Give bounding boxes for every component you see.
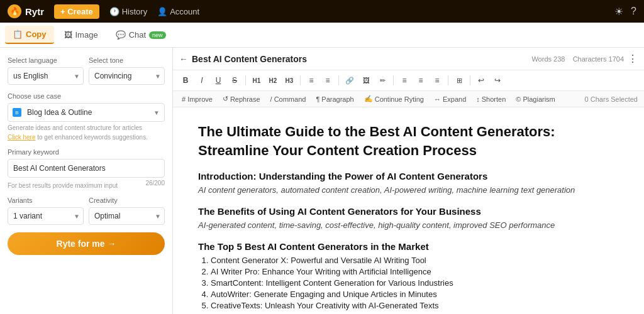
use-case-select[interactable]: Blog Idea & Outline Article Email Social… [8, 103, 165, 122]
content-main-title: The Ultimate Guide to the Best AI Conten… [198, 122, 619, 160]
use-case-label: Choose use case [8, 92, 165, 100]
plagiarism-action[interactable]: © Plagiarism [513, 94, 557, 104]
section-2-body: AI-generated content, time-saving, cost-… [198, 220, 619, 230]
language-select-wrapper: us English uk English French Spanish ▼ [8, 67, 84, 85]
input-meta: For best results provide maximum input 2… [8, 180, 165, 189]
tab-chat[interactable]: 💬 Chat new [108, 26, 174, 43]
align-justify-button[interactable]: ≡ [397, 73, 412, 88]
align-left-button[interactable]: ≡ [304, 73, 319, 88]
improve-icon: # [182, 95, 186, 103]
toolbar-divider-3 [338, 75, 339, 85]
tab-image[interactable]: 🖼 Image [57, 26, 106, 43]
align-center-button[interactable]: ≡ [320, 73, 335, 88]
keyword-group: Primary keyword For best results provide… [8, 148, 165, 189]
h3-button[interactable]: H3 [282, 73, 297, 88]
sub-tabs: 📋 Copy 🖼 Image 💬 Chat new [0, 23, 644, 48]
plagiarism-icon: © [516, 95, 521, 103]
chat-tab-label: Chat [129, 30, 146, 40]
command-action[interactable]: / Command [268, 94, 309, 104]
chat-tab-icon: 💬 [116, 30, 126, 40]
list-item: AI Writer Pro: Enhance Your Writing with… [211, 267, 619, 276]
logo-icon: 🔥 [8, 4, 21, 18]
indent-button[interactable]: ≡ [413, 73, 428, 88]
variants-select[interactable]: 1 variant 2 variants 3 variants [8, 207, 84, 225]
h1-button[interactable]: H1 [249, 73, 264, 88]
formatting-toolbar: B I U S H1 H2 H3 ≡ ≡ 🔗 🖼 ✏ ≡ ≡ ≡ ⊞ ↩ ↪ [173, 70, 644, 91]
create-button[interactable]: + Create [54, 4, 99, 19]
help-icon[interactable]: ? [631, 6, 636, 17]
h2-button[interactable]: H2 [265, 73, 280, 88]
continue-label: Continue Ryting [375, 95, 424, 103]
outdent-button[interactable]: ≡ [430, 73, 445, 88]
shorten-icon: ↕ [476, 95, 480, 103]
strikethrough-button[interactable]: S [227, 73, 242, 88]
improve-action[interactable]: # Improve [179, 94, 215, 104]
undo-button[interactable]: ↩ [474, 73, 489, 88]
table-button[interactable]: ⊞ [452, 73, 467, 88]
paragraph-action[interactable]: ¶ Paragraph [313, 94, 356, 104]
italic-button[interactable]: I [194, 73, 209, 88]
history-nav-item[interactable]: 🕐 History [109, 7, 147, 16]
rephrase-label: Rephrase [230, 95, 260, 103]
continue-ryting-action[interactable]: ✍ Continue Ryting [362, 94, 426, 104]
use-case-group: Choose use case B Blog Idea & Outline Ar… [8, 92, 165, 141]
keyword-input[interactable] [8, 159, 165, 178]
action-bar: # Improve ↺ Rephrase / Command ¶ Paragra… [173, 91, 644, 107]
word-count: Words 238 Characters 1704 [531, 55, 624, 63]
logo-text: Rytr [25, 6, 44, 17]
sun-icon[interactable]: ☀ [614, 6, 623, 18]
document-title: Best AI Content Generators [192, 54, 528, 64]
nav-icons: ☀ ? [614, 6, 636, 18]
language-select[interactable]: us English uk English French Spanish [8, 67, 84, 85]
account-nav-item[interactable]: 👤 Account [157, 7, 199, 16]
editor-panel: ← Best AI Content Generators Words 238 C… [173, 48, 644, 314]
keyword-hint: Click here to get enhanced keywords sugg… [8, 134, 165, 141]
underline-button[interactable]: U [211, 73, 226, 88]
list-item: AutoWriter: Generate Engaging and Unique… [211, 290, 619, 299]
tab-copy[interactable]: 📋 Copy [5, 26, 54, 44]
shorten-label: Shorten [482, 95, 506, 103]
account-icon: 👤 [157, 7, 167, 16]
link-button[interactable]: 🔗 [342, 73, 357, 88]
rephrase-action[interactable]: ↺ Rephrase [220, 94, 263, 104]
creativity-select[interactable]: Optimal Low Medium High Max [89, 207, 165, 225]
paragraph-label: Paragraph [321, 95, 353, 103]
command-icon: / [270, 95, 272, 103]
list-item: CreativeTexts: Unleash Your Creativity w… [211, 301, 619, 310]
click-here-link[interactable]: Click here [8, 134, 35, 141]
image-tab-label: Image [75, 30, 98, 40]
copy-tab-label: Copy [26, 30, 47, 39]
plagiarism-label: Plagiarism [523, 95, 555, 103]
use-case-hint: Generate ideas and content structure for… [8, 124, 165, 131]
keyword-label: Primary keyword [8, 148, 165, 156]
ryte-for-me-button[interactable]: Ryte for me → [8, 232, 165, 255]
editor-content[interactable]: The Ultimate Guide to the Best AI Conten… [173, 107, 644, 314]
paragraph-icon: ¶ [316, 95, 319, 103]
more-button[interactable]: ⋮ [628, 53, 638, 65]
redo-button[interactable]: ↪ [490, 73, 505, 88]
section-3-list: Content Generator X: Powerful and Versat… [198, 256, 619, 310]
section-3-heading: The Top 5 Best AI Content Generators in … [198, 241, 619, 252]
tone-select[interactable]: Convincing Formal Casual Friendly [89, 67, 165, 85]
expand-icon: ↔ [434, 95, 441, 103]
variants-creativity-row: Variants 1 variant 2 variants 3 variants… [8, 197, 165, 225]
command-label: Command [274, 95, 306, 103]
code-button[interactable]: ✏ [375, 73, 390, 88]
keyword-input-hint: For best results provide maximum input [8, 182, 118, 189]
tone-select-wrapper: Convincing Formal Casual Friendly ▼ [89, 67, 165, 85]
chat-tab-badge: new [149, 31, 166, 39]
section-1-heading: Introduction: Understanding the Power of… [198, 171, 619, 181]
back-button[interactable]: ← [179, 54, 188, 64]
image-button[interactable]: 🖼 [358, 73, 374, 88]
improve-label: Improve [187, 95, 213, 103]
continue-icon: ✍ [364, 95, 373, 103]
shorten-action[interactable]: ↕ Shorten [474, 94, 508, 104]
use-case-select-wrapper: B Blog Idea & Outline Article Email Soci… [8, 103, 165, 122]
toolbar-divider-5 [448, 75, 448, 85]
bold-button[interactable]: B [178, 73, 193, 88]
section-2-heading: The Benefits of Using AI Content Generat… [198, 206, 619, 217]
expand-action[interactable]: ↔ Expand [431, 94, 469, 104]
language-label: Select language [8, 57, 84, 64]
language-tone-row: Select language us English uk English Fr… [8, 57, 165, 85]
logo[interactable]: 🔥 Rytr [8, 4, 44, 18]
